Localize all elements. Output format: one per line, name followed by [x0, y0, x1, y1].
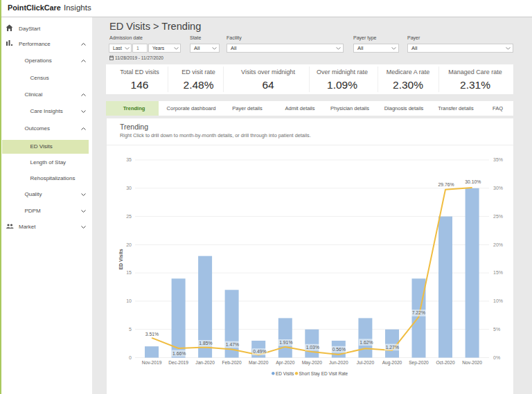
svg-text:1.85%: 1.85% — [199, 341, 212, 346]
svg-text:15%: 15% — [493, 270, 503, 275]
svg-text:30: 30 — [126, 186, 132, 190]
svg-text:Apr-2020: Apr-2020 — [276, 360, 294, 366]
svg-text:Feb-2020: Feb-2020 — [222, 360, 242, 365]
svg-text:1.03%: 1.03% — [306, 345, 319, 350]
svg-text:1.62%: 1.62% — [360, 340, 373, 345]
svg-text:Jul-2020: Jul-2020 — [357, 360, 375, 365]
svg-text:30.10%: 30.10% — [465, 179, 481, 184]
svg-text:35: 35 — [126, 157, 132, 162]
svg-text:3.51%: 3.51% — [145, 332, 159, 337]
svg-text:Sep-2020: Sep-2020 — [409, 360, 429, 366]
svg-text:May-2020: May-2020 — [302, 360, 323, 366]
svg-text:1.27%: 1.27% — [386, 345, 399, 350]
svg-text:1.47%: 1.47% — [226, 342, 239, 347]
svg-text:25: 25 — [126, 214, 132, 219]
svg-text:Jan-2020: Jan-2020 — [195, 360, 215, 365]
svg-text:Aug-2020: Aug-2020 — [382, 360, 402, 366]
svg-text:20: 20 — [126, 242, 132, 247]
svg-text:35%: 35% — [493, 157, 503, 162]
svg-text:5%: 5% — [493, 327, 500, 332]
svg-text:Jun-2020: Jun-2020 — [329, 360, 348, 365]
svg-text:Nov-2019: Nov-2019 — [142, 360, 162, 365]
svg-text:29.76%: 29.76% — [438, 182, 454, 187]
svg-text:0%: 0% — [493, 355, 500, 360]
svg-text:15: 15 — [126, 270, 132, 275]
svg-text:10: 10 — [126, 298, 132, 303]
svg-text:1.91%: 1.91% — [279, 340, 292, 345]
svg-text:10%: 10% — [493, 298, 503, 303]
svg-text:7.22%: 7.22% — [412, 310, 425, 315]
svg-text:Mar-2020: Mar-2020 — [249, 360, 269, 365]
svg-text:Oct-2020: Oct-2020 — [436, 360, 454, 365]
svg-text:ED Visits: ED Visits — [118, 249, 123, 269]
svg-text:0: 0 — [129, 355, 132, 360]
svg-text:5: 5 — [129, 327, 132, 332]
svg-text:0.56%: 0.56% — [332, 347, 346, 352]
svg-text:25%: 25% — [493, 214, 503, 219]
svg-text:Short Stay ED Visit Rate: Short Stay ED Visit Rate — [299, 371, 348, 377]
svg-text:Dec-2019: Dec-2019 — [168, 360, 188, 365]
svg-text:1.66%: 1.66% — [172, 351, 186, 356]
svg-text:20%: 20% — [493, 242, 503, 247]
svg-text:0.49%: 0.49% — [253, 349, 266, 354]
svg-text:ED Visits: ED Visits — [276, 371, 294, 376]
svg-text:30%: 30% — [493, 186, 503, 190]
svg-text:Nov-2020: Nov-2020 — [462, 360, 482, 365]
